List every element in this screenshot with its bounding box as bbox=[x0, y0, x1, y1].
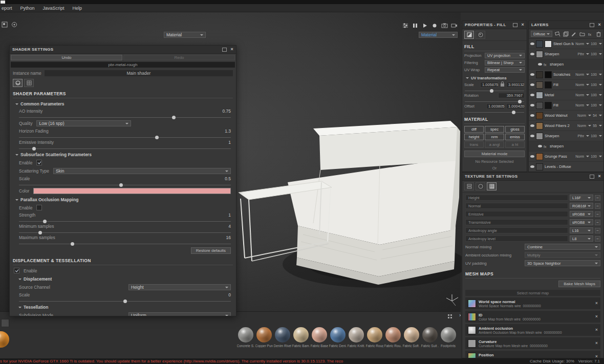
uv-scale-y-field[interactable]: 3.993132 bbox=[506, 82, 525, 88]
opacity-dropdown[interactable]: 100 bbox=[591, 93, 602, 97]
pencil-icon[interactable] bbox=[571, 31, 577, 37]
channel-nrm-button[interactable]: nrm bbox=[485, 134, 504, 140]
uv-rotation-slider[interactable] bbox=[465, 101, 524, 102]
layer-row[interactable]: Sharpen Pthr 100 bbox=[529, 131, 603, 141]
blend-mode-dropdown[interactable]: Norm bbox=[575, 93, 589, 97]
remove-channel-button[interactable]: − bbox=[595, 220, 600, 225]
texture-set-titlebar[interactable]: TEXTURE SET SETTINGS × bbox=[462, 173, 603, 181]
source-channel-dropdown[interactable]: Height bbox=[128, 284, 231, 290]
ao-intensity-slider[interactable] bbox=[19, 117, 231, 118]
menu-viewport[interactable]: eport bbox=[2, 6, 12, 11]
visibility-icon[interactable] bbox=[538, 63, 542, 66]
visibility-icon[interactable] bbox=[530, 104, 534, 106]
uv-transformations-section[interactable]: UV transformations bbox=[464, 76, 525, 80]
normal-mixing-dropdown[interactable]: Combine bbox=[525, 244, 600, 250]
opacity-dropdown[interactable]: 100 bbox=[591, 155, 602, 158]
layer-row[interactable]: Grunge Pass Norm 100 bbox=[529, 152, 603, 162]
visibility-icon[interactable] bbox=[530, 73, 534, 76]
visibility-icon[interactable] bbox=[530, 114, 534, 117]
folder-icon[interactable] bbox=[579, 31, 585, 37]
pom-enable-checkbox[interactable] bbox=[36, 205, 42, 210]
blend-mode-dropdown[interactable]: Norm bbox=[575, 103, 589, 107]
visibility-icon[interactable] bbox=[538, 145, 542, 147]
layer-row[interactable]: Scratches Norm 100 bbox=[529, 70, 603, 80]
axis-gizmo[interactable] bbox=[444, 293, 460, 307]
visibility-icon[interactable] bbox=[530, 135, 534, 137]
remove-channel-button[interactable]: − bbox=[595, 236, 600, 242]
remove-channel-button[interactable]: − bbox=[595, 195, 600, 201]
channel-name-field[interactable]: Normal bbox=[465, 203, 568, 209]
format-dropdown[interactable]: RGB16F bbox=[570, 203, 593, 209]
shelf-item[interactable]: Fabric Rough bbox=[365, 327, 383, 348]
opacity-dropdown[interactable]: 100 bbox=[591, 42, 602, 46]
tessellation-view-icon[interactable] bbox=[24, 79, 34, 87]
channel-trans-button[interactable]: trans bbox=[464, 141, 484, 148]
visibility-icon[interactable] bbox=[530, 42, 534, 45]
format-dropdown[interactable]: sRGB8 bbox=[570, 219, 593, 225]
channel-gloss-button[interactable]: gloss bbox=[505, 126, 525, 133]
format-dropdown[interactable]: L16F bbox=[570, 195, 593, 201]
emissive-intensity-value[interactable]: 1 bbox=[228, 140, 231, 145]
blend-mode-dropdown[interactable]: Pthr bbox=[577, 134, 589, 138]
disp-scale-slider[interactable] bbox=[19, 301, 231, 302]
shelf-item[interactable]: Fabric Bam... bbox=[292, 327, 310, 348]
channel-name-field[interactable]: Anisotropy level bbox=[465, 235, 568, 242]
sss-scale-value[interactable]: 0.5 bbox=[225, 176, 231, 181]
horizon-fading-slider[interactable] bbox=[19, 137, 231, 138]
play-icon[interactable] bbox=[422, 23, 428, 29]
layer-row[interactable]: Metal Norm 100 bbox=[529, 90, 603, 100]
redo-button[interactable]: Redo bbox=[123, 55, 235, 60]
filtering-dropdown[interactable]: Bilinear | Sharp bbox=[485, 60, 525, 66]
sss-enable-checkbox[interactable] bbox=[36, 160, 42, 165]
uv-offset-x-field[interactable]: 1.003805 bbox=[486, 103, 505, 109]
link-lock-icon[interactable] bbox=[501, 83, 504, 87]
pom-section[interactable]: Parallax Occlusion Mapping bbox=[14, 197, 232, 202]
opacity-dropdown[interactable]: 100 bbox=[591, 52, 602, 56]
shelf-category-thumb[interactable] bbox=[1, 319, 9, 327]
remove-map-icon[interactable]: × bbox=[595, 314, 598, 319]
remove-map-icon[interactable]: × bbox=[595, 341, 598, 346]
visibility-icon[interactable] bbox=[530, 94, 534, 96]
format-dropdown[interactable]: L8 bbox=[570, 235, 593, 242]
blend-mode-dropdown[interactable]: Norm bbox=[575, 83, 589, 87]
channel-height-button[interactable]: height bbox=[464, 134, 484, 140]
shelf-item[interactable]: Footprints bbox=[439, 327, 457, 348]
layer-row[interactable]: Levels - Diffuse bbox=[529, 162, 603, 172]
mesh-map-id[interactable]: ID Color Map from Mesh wire_000000000 × bbox=[465, 311, 600, 323]
layer-row[interactable]: Steel Gun M... Norm 100 bbox=[529, 39, 603, 49]
horizon-fading-value[interactable]: 1.3 bbox=[225, 129, 231, 134]
visibility-icon[interactable] bbox=[530, 155, 534, 158]
displacement-section[interactable]: Displacement bbox=[17, 276, 232, 282]
mesh-map-position[interactable]: Position Position wire_000000000 × bbox=[465, 351, 600, 358]
sphere-tab-icon[interactable] bbox=[476, 182, 485, 190]
uv-scale-x-field[interactable]: 1.005875 bbox=[480, 82, 499, 88]
channel-emiss-button[interactable]: emiss bbox=[505, 134, 525, 140]
shader-settings-titlebar[interactable]: SHADER SETTINGS × bbox=[10, 46, 236, 54]
remove-channel-button[interactable]: − bbox=[595, 228, 600, 233]
subdivision-mode-dropdown[interactable]: Uniform bbox=[128, 312, 231, 316]
channel-name-field[interactable]: Emissive bbox=[465, 211, 568, 217]
uv-scale-slider[interactable] bbox=[465, 91, 524, 91]
undo-button[interactable]: Undo bbox=[11, 55, 122, 60]
pom-max-value[interactable]: 16 bbox=[226, 235, 231, 240]
channel-name-field[interactable]: Transmissive bbox=[465, 219, 568, 225]
properties-titlebar[interactable]: PROPERTIES - FILL × bbox=[462, 21, 527, 29]
blend-mode-dropdown[interactable]: Norm bbox=[575, 73, 589, 76]
mesh-map-ambient-occlusion[interactable]: Ambient occlusion Ambient Occlusion Map … bbox=[465, 324, 600, 336]
scattering-type-dropdown[interactable]: Skin bbox=[53, 168, 231, 174]
remove-map-icon[interactable]: × bbox=[595, 301, 598, 306]
channel-spec-button[interactable]: spec bbox=[485, 126, 504, 133]
layers-titlebar[interactable]: LAYERS × bbox=[529, 21, 603, 29]
channel-name-field[interactable]: Height bbox=[465, 195, 568, 201]
uv-padding-dropdown[interactable]: 3D Space Neighbor bbox=[525, 260, 600, 266]
uv-offset-slider[interactable] bbox=[465, 112, 524, 113]
dock-icon[interactable] bbox=[513, 23, 517, 27]
trash-icon[interactable] bbox=[596, 31, 601, 37]
format-dropdown[interactable]: L16 bbox=[570, 227, 593, 233]
displacement-enable-checkbox[interactable] bbox=[14, 268, 19, 273]
remove-map-icon[interactable]: × bbox=[595, 354, 598, 358]
menu-python[interactable]: Python bbox=[20, 6, 35, 11]
channel-name-field[interactable]: Anisotropy angle bbox=[465, 227, 568, 233]
shelf-item[interactable]: Fabric Deni... bbox=[329, 327, 347, 348]
blend-mode-dropdown[interactable]: Norm bbox=[575, 42, 589, 46]
